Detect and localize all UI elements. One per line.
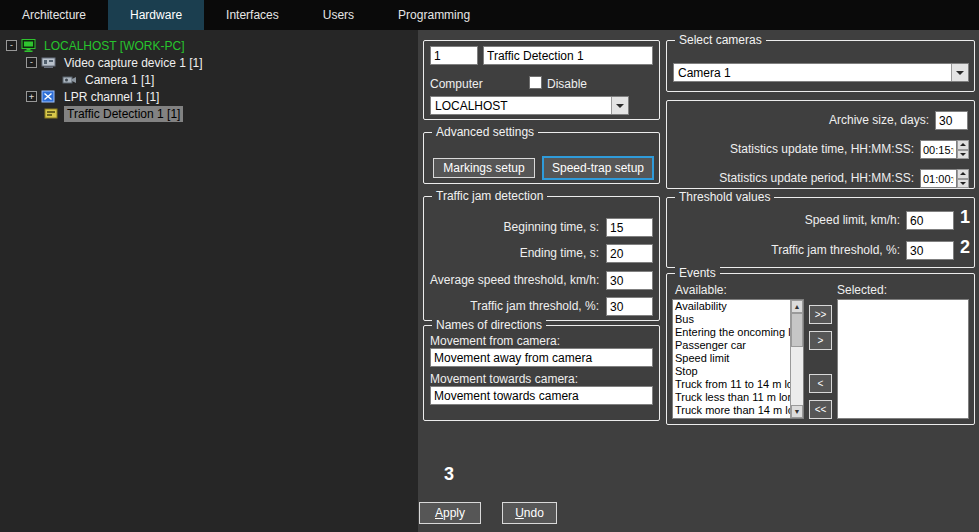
device-tree: - LOCALHOST [WORK-PC] - Video capture de…: [0, 30, 418, 532]
id-field[interactable]: [430, 46, 478, 65]
computer-dropdown[interactable]: LOCALHOST: [430, 96, 629, 115]
beginning-time-field[interactable]: [606, 218, 653, 237]
spin-up-icon[interactable]: [957, 140, 969, 150]
lpr-channel-icon: [41, 90, 57, 103]
camera-dropdown[interactable]: Camera 1: [673, 63, 969, 82]
camera-icon: [62, 73, 78, 86]
traffic-detection-icon: [44, 107, 60, 120]
ending-time-field[interactable]: [606, 244, 653, 263]
callout-3: 3: [444, 464, 454, 485]
scroll-down-icon[interactable]: ▼: [791, 405, 803, 418]
available-events-items: Availability Bus Entering the oncoming l…: [673, 300, 790, 418]
event-option[interactable]: Bus: [673, 313, 790, 326]
event-option[interactable]: Availability: [673, 300, 790, 313]
archive-size-label: Archive size, days:: [673, 113, 929, 127]
statistics-update-period-field[interactable]: [920, 169, 957, 188]
event-option[interactable]: Entering the oncoming la: [673, 326, 790, 339]
event-option[interactable]: Truck from 11 to 14 m lo: [673, 378, 790, 391]
statistics-update-time-label: Statistics update time, HH:MM:SS:: [673, 142, 914, 156]
tree-item-label-selected: Traffic Detection 1 [1]: [64, 106, 183, 122]
apply-button[interactable]: Apply: [419, 502, 481, 524]
event-option[interactable]: Truck more than 14 m lo: [673, 404, 790, 417]
collapse-icon[interactable]: -: [6, 40, 17, 51]
statistics-update-time-field[interactable]: [920, 140, 957, 159]
collapse-icon[interactable]: -: [26, 57, 37, 68]
tab-hardware[interactable]: Hardware: [108, 0, 204, 30]
disable-checkbox[interactable]: [529, 76, 542, 89]
tree-item-video-capture[interactable]: - Video capture device 1 [1]: [0, 54, 418, 71]
group-title: Events: [675, 266, 720, 280]
traffic-jam-threshold-label: Traffic jam threshold, %:: [430, 299, 599, 313]
group-title: Advanced settings: [432, 125, 538, 139]
chevron-down-icon[interactable]: [951, 64, 968, 81]
traffic-jam-threshold-pct-field[interactable]: [906, 241, 954, 260]
event-option[interactable]: Stop: [673, 365, 790, 378]
statistics-update-period-spinner: [920, 169, 969, 188]
scrollbar-thumb[interactable]: [791, 313, 803, 347]
speed-limit-field[interactable]: [906, 211, 954, 230]
markings-setup-button[interactable]: Markings setup: [433, 158, 535, 178]
beginning-time-label: Beginning time, s:: [430, 220, 599, 234]
tree-item-label: LOCALHOST [WORK-PC]: [41, 38, 187, 54]
average-speed-threshold-field[interactable]: [606, 271, 653, 290]
speed-limit-label: Speed limit, km/h:: [673, 213, 900, 227]
computer-dropdown-value: LOCALHOST: [435, 99, 610, 113]
threshold-values-group: Threshold values Speed limit, km/h: 1 Tr…: [666, 197, 975, 268]
group-title: Threshold values: [675, 190, 774, 204]
traffic-jam-threshold-field[interactable]: [606, 297, 653, 316]
available-events-listbox[interactable]: Availability Bus Entering the oncoming l…: [672, 299, 804, 419]
events-group: Events Available: Selected: Availability…: [666, 273, 975, 425]
computer-label: Computer: [430, 77, 483, 91]
speed-trap-setup-button[interactable]: Speed-trap setup: [542, 156, 654, 180]
tree-item-localhost[interactable]: - LOCALHOST [WORK-PC]: [0, 37, 418, 54]
move-all-right-button[interactable]: >>: [809, 305, 832, 324]
tree-item-camera[interactable]: Camera 1 [1]: [0, 71, 418, 88]
identity-group: Computer Disable LOCALHOST: [423, 40, 660, 120]
scroll-up-icon[interactable]: ▲: [791, 300, 803, 313]
button-label: Markings setup: [443, 161, 524, 175]
tab-interfaces[interactable]: Interfaces: [204, 0, 301, 30]
main-tab-bar: Architecture Hardware Interfaces Users P…: [0, 0, 979, 30]
button-label: Apply: [435, 506, 465, 520]
name-field[interactable]: [483, 46, 653, 65]
move-left-button[interactable]: <: [809, 374, 832, 393]
movement-from-camera-field[interactable]: [430, 348, 653, 367]
move-all-left-button[interactable]: <<: [809, 400, 832, 419]
camera-dropdown-value: Camera 1: [678, 66, 950, 80]
advanced-settings-group: Advanced settings Markings setup Speed-t…: [423, 132, 660, 184]
movement-towards-camera-field[interactable]: [430, 386, 653, 405]
movement-towards-camera-label: Movement towards camera:: [430, 372, 578, 386]
callout-2: 2: [960, 237, 970, 258]
vertical-scrollbar[interactable]: ▲ ▼: [790, 300, 803, 418]
undo-button[interactable]: Undo: [502, 502, 557, 524]
statistics-update-period-label: Statistics update period, HH:MM:SS:: [673, 171, 914, 185]
tree-item-traffic-detection[interactable]: Traffic Detection 1 [1]: [0, 105, 418, 122]
select-cameras-group: Select cameras Camera 1: [666, 40, 975, 92]
selected-events-listbox[interactable]: [837, 299, 969, 419]
move-right-button[interactable]: >: [809, 331, 832, 350]
spin-down-icon[interactable]: [957, 179, 969, 189]
chevron-down-icon[interactable]: [611, 97, 628, 114]
tree-item-label: Video capture device 1 [1]: [61, 55, 206, 71]
spin-down-icon[interactable]: [957, 150, 969, 160]
names-of-directions-group: Names of directions Movement from camera…: [423, 325, 660, 421]
event-option[interactable]: Speed limit: [673, 352, 790, 365]
group-title: Traffic jam detection: [432, 189, 547, 203]
movement-from-camera-label: Movement from camera:: [430, 334, 560, 348]
traffic-jam-detection-group: Traffic jam detection Beginning time, s:…: [423, 196, 660, 321]
archive-size-field[interactable]: [935, 111, 968, 130]
button-label: Speed-trap setup: [552, 161, 644, 175]
callout-1: 1: [960, 207, 970, 228]
tree-item-lpr-channel[interactable]: + LPR channel 1 [1]: [0, 88, 418, 105]
tab-users[interactable]: Users: [301, 0, 376, 30]
event-option[interactable]: Passenger car: [673, 339, 790, 352]
tab-programming[interactable]: Programming: [376, 0, 492, 30]
group-title: Names of directions: [432, 318, 546, 332]
tab-architecture[interactable]: Architecture: [0, 0, 108, 30]
tree-item-label: LPR channel 1 [1]: [61, 89, 162, 105]
tree-item-label: Camera 1 [1]: [82, 72, 157, 88]
spin-up-icon[interactable]: [957, 169, 969, 179]
expand-icon[interactable]: +: [26, 91, 37, 102]
available-label: Available:: [675, 283, 727, 297]
event-option[interactable]: Truck less than 11 m lor: [673, 391, 790, 404]
